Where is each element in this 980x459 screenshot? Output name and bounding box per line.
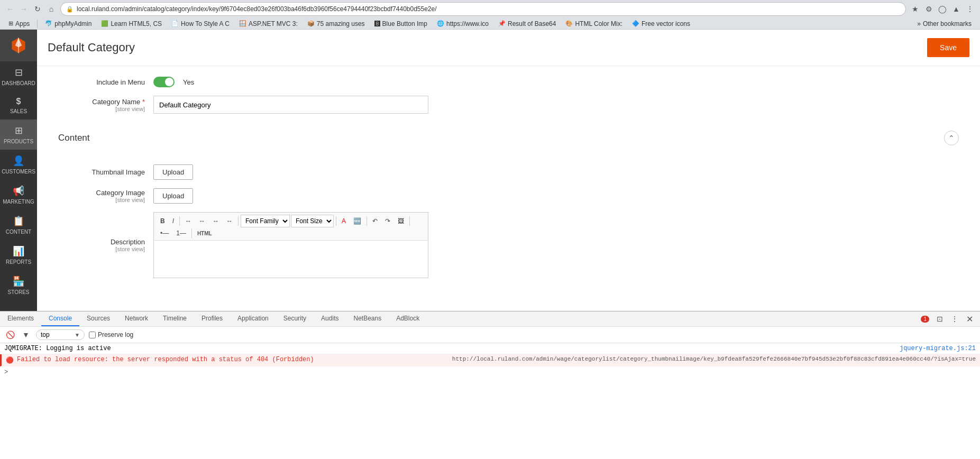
devtools-tab-elements[interactable]: Elements — [0, 311, 41, 326]
devtools-close-button[interactable]: ✕ — [963, 313, 976, 325]
base64-icon: 📌 — [498, 20, 506, 27]
description-editor-body[interactable] — [154, 241, 428, 278]
sidebar-item-stores[interactable]: 🏪 STORES — [0, 270, 37, 300]
devtools-header: Elements Console Sources Network Timelin… — [0, 311, 980, 327]
devtools-tab-timeline[interactable]: Timeline — [155, 311, 194, 326]
category-image-store-view: [store view] — [58, 197, 145, 203]
more-button[interactable]: ⋮ — [964, 3, 976, 15]
include-in-menu-toggle[interactable] — [153, 77, 175, 87]
save-button[interactable]: Save — [927, 38, 969, 57]
thumbnail-upload-button[interactable]: Upload — [153, 164, 193, 180]
collapse-section-button[interactable]: ⌃ — [944, 131, 959, 145]
editor-image-button[interactable]: 🖼 — [395, 216, 407, 226]
editor-html-button[interactable]: HTML — [194, 229, 215, 237]
editor-separator-5 — [409, 216, 410, 226]
apps-icon: ⊞ — [8, 20, 13, 27]
bookmark-aspnet[interactable]: 🪟 ASP.NET MVC 3: — [235, 19, 302, 29]
preserve-log-label: Preserve log — [98, 331, 133, 338]
preserve-log-wrap: Preserve log — [89, 331, 133, 338]
devtools-dock-button[interactable]: ⊡ — [933, 313, 946, 325]
sidebar-item-dashboard[interactable]: ⊟ DASHBOARD — [0, 61, 37, 91]
editor-align-justify-button[interactable]: ↔ — [223, 216, 236, 226]
error-icon: 🔴 — [6, 356, 14, 364]
bookmark-freevector-label: Free vector icons — [642, 20, 690, 27]
update-button[interactable]: ▲ — [950, 3, 962, 15]
devtools-tab-sources[interactable]: Sources — [79, 311, 117, 326]
editor-align-center-button[interactable]: ↔ — [196, 216, 208, 226]
category-name-input[interactable] — [153, 96, 428, 114]
bookmark-uses[interactable]: 📦 75 amazing uses — [303, 19, 369, 29]
devtools-more-button[interactable]: ⋮ — [948, 313, 961, 325]
editor-undo-button[interactable]: ↶ — [369, 216, 381, 226]
phpmyadmin-icon: 🐬 — [45, 20, 52, 27]
bookmark-base64[interactable]: 📌 Result of Base64 — [494, 19, 560, 29]
bookmark-freevector[interactable]: 🔷 Free vector icons — [628, 19, 694, 29]
font-size-select[interactable]: Font Size — [291, 215, 334, 227]
profile-button[interactable]: ◯ — [937, 3, 948, 15]
forward-button[interactable]: → — [18, 3, 30, 15]
marketing-icon: 📢 — [13, 185, 24, 197]
bookmark-apps[interactable]: ⊞ Apps — [4, 19, 34, 29]
devtools-tab-security[interactable]: Security — [276, 311, 314, 326]
console-filter-input[interactable] — [41, 331, 72, 338]
editor-font-color-button[interactable]: A — [338, 216, 349, 226]
devtools-tab-network[interactable]: Network — [117, 311, 155, 326]
console-message-2-url[interactable]: http://local.ruland.com/admin/wage/categ… — [452, 356, 976, 362]
devtools-tab-application[interactable]: Application — [230, 311, 276, 326]
devtools-tab-profiles[interactable]: Profiles — [194, 311, 230, 326]
console-filter-button[interactable]: ▼ — [20, 329, 32, 341]
devtools-tab-adblock[interactable]: AdBlock — [389, 311, 427, 326]
sidebar-item-marketing[interactable]: 📢 MARKETING — [0, 180, 37, 210]
font-family-select[interactable]: Font Family — [241, 215, 290, 227]
sidebar-item-products[interactable]: ⊞ PRODUCTS — [0, 120, 37, 150]
extensions-button[interactable]: ⚙ — [923, 3, 935, 15]
bookmark-aspnet-label: ASP.NET MVC 3: — [249, 20, 298, 27]
bookmark-colormix[interactable]: 🎨 HTML Color Mix: — [561, 19, 627, 29]
editor-italic-button[interactable]: I — [169, 216, 177, 226]
editor-align-left-button[interactable]: ↔ — [182, 216, 195, 226]
editor-ordered-list-button[interactable]: 1— — [173, 228, 189, 238]
bookmark-phpmyadmin[interactable]: 🐬 phpMyAdmin — [41, 19, 96, 29]
editor-align-right-button[interactable]: ↔ — [209, 216, 222, 226]
back-button[interactable]: ← — [4, 3, 16, 15]
refresh-button[interactable]: ↻ — [32, 3, 43, 15]
sidebar-item-content[interactable]: 📋 CONTENT — [0, 210, 37, 240]
console-prompt-input[interactable] — [11, 369, 15, 376]
editor-bold-button[interactable]: B — [157, 216, 168, 226]
bookmark-https[interactable]: 🌐 https://www.ico — [433, 19, 493, 29]
bookmark-howtostyle[interactable]: 📄 How To Style A C — [167, 19, 234, 29]
devtools-tab-console[interactable]: Console — [41, 311, 79, 326]
console-message-1-text: JQMIGRATE: Logging is active — [4, 345, 896, 352]
sidebar-item-sales[interactable]: $ SALES — [0, 91, 37, 120]
editor-redo-button[interactable]: ↷ — [382, 216, 393, 226]
colormix-icon: 🎨 — [565, 20, 573, 27]
bookmark-html5-label: Learn HTML5, CS — [111, 20, 162, 27]
browser-actions: ★ ⚙ ◯ ▲ ⋮ — [909, 3, 976, 15]
reports-icon: 📊 — [13, 245, 24, 257]
more-bookmarks[interactable]: » Other bookmarks — [913, 19, 976, 29]
sidebar-item-customers[interactable]: 👤 CUSTOMERS — [0, 150, 37, 180]
editor-separator-1 — [179, 216, 180, 226]
bookmark-base64-label: Result of Base64 — [508, 20, 556, 27]
devtools-tab-netbeans[interactable]: NetBeans — [346, 311, 389, 326]
bookmark-html5[interactable]: 🟩 Learn HTML5, CS — [97, 19, 166, 29]
category-name-label: Category Name * [store view] — [58, 98, 153, 112]
category-image-upload-button[interactable]: Upload — [153, 188, 193, 204]
bookmark-bluebutton[interactable]: 🅱 Blue Button Imp — [370, 19, 432, 29]
editor-highlight-button[interactable]: 🆕 — [350, 216, 364, 226]
bookmark-apps-label: Apps — [15, 20, 30, 27]
devtools-tab-audits[interactable]: Audits — [314, 311, 346, 326]
bookmarks-bar: ⊞ Apps 🐬 phpMyAdmin 🟩 Learn HTML5, CS 📄 … — [0, 18, 980, 30]
home-button[interactable]: ⌂ — [45, 3, 57, 15]
sidebar-content-label: CONTENT — [6, 229, 31, 235]
console-clear-button[interactable]: 🚫 — [4, 329, 16, 341]
editor-unordered-list-button[interactable]: •— — [157, 228, 172, 238]
filter-dropdown-button[interactable]: ▼ — [75, 332, 80, 338]
sidebar-item-reports[interactable]: 📊 REPORTS — [0, 240, 37, 270]
console-message-1-source[interactable]: jquery-migrate.js:21 — [900, 345, 976, 352]
star-button[interactable]: ★ — [909, 3, 921, 15]
address-bar[interactable]: 🔒 local.ruland.com/admin/catalog/categor… — [60, 2, 906, 16]
sidebar-dashboard-label: DASHBOARD — [2, 80, 35, 86]
description-label: Description [store view] — [58, 238, 153, 252]
preserve-log-checkbox[interactable] — [89, 332, 96, 338]
